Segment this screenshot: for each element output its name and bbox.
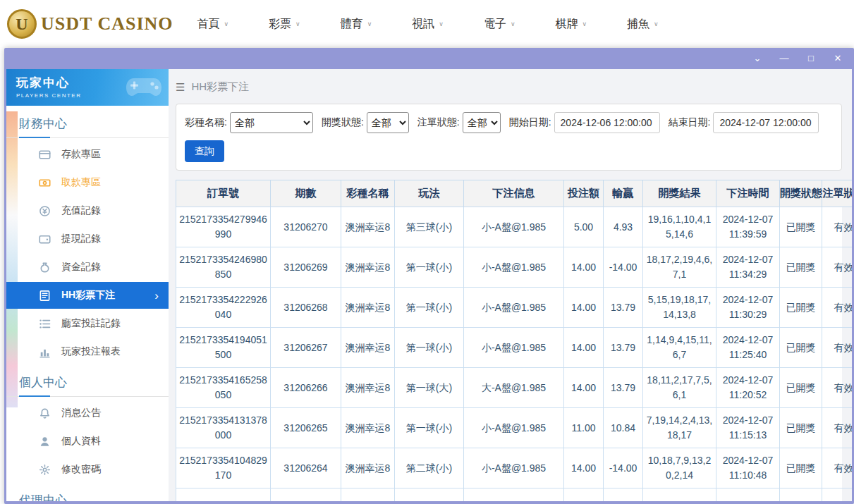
sidebar-item-withdrawal-area[interactable]: 取款專區 bbox=[6, 168, 169, 197]
nav-item-lottery[interactable]: 彩票∨ bbox=[269, 17, 300, 32]
draw-status-label: 開獎狀態: bbox=[322, 116, 364, 129]
cell-result: 18,17,2,19,4,6,7,1 bbox=[643, 247, 716, 288]
sidebar-item-label: 廳室投註記錄 bbox=[61, 317, 121, 330]
cell-time: 2024-12-07 11:34:29 bbox=[716, 247, 780, 288]
menu-toggle-icon[interactable]: ☰ bbox=[176, 81, 185, 94]
sidebar-item-label: HH彩票下注 bbox=[61, 289, 115, 302]
chevron-right-icon: › bbox=[154, 290, 159, 302]
nav-item-electronic[interactable]: 電子∨ bbox=[484, 17, 516, 32]
cell-amount: 14.00 bbox=[564, 328, 604, 368]
window-minimize-icon[interactable]: — bbox=[779, 54, 789, 63]
cell-result: 5,15,19,18,17,14,13,8 bbox=[643, 288, 716, 328]
cell-draw_status: 已開獎 bbox=[780, 368, 822, 408]
chevron-down-icon: ∨ bbox=[439, 20, 444, 27]
order-status-select[interactable]: 全部 bbox=[463, 112, 501, 133]
cell-time: 2024-12-07 11:10:48 bbox=[716, 448, 780, 488]
bets-table: 訂單號期數彩種名稱玩法下注信息投注額輸贏開獎結果下注時間開獎狀態注單狀態2152… bbox=[176, 180, 852, 501]
start-date-input[interactable] bbox=[554, 112, 660, 133]
sidebar-item-label: 提現記錄 bbox=[61, 233, 101, 245]
cell-order_status: 有效 bbox=[822, 328, 853, 368]
sidebar-item-label: 修改密碼 bbox=[61, 463, 101, 476]
cell-lottery bbox=[341, 488, 395, 502]
window-titlebar[interactable]: ⌄—□✕ bbox=[4, 48, 854, 69]
cell-winloss: 13.79 bbox=[604, 288, 643, 328]
cell-amount: 14.00 bbox=[564, 247, 604, 288]
logo-initial: U bbox=[16, 15, 28, 34]
recharge-icon bbox=[39, 205, 51, 217]
sidebar-item-change-password[interactable]: 修改密碼 bbox=[6, 455, 169, 484]
sidebar-item-fund-records[interactable]: 資金記錄 bbox=[6, 253, 169, 281]
cell-order: 2152173354165258050 bbox=[176, 368, 271, 408]
sidebar-item-profile[interactable]: 個人資料 bbox=[6, 427, 169, 455]
table-row: 215217335410482917031206264澳洲幸运8第二球(小)小-… bbox=[176, 448, 853, 488]
window-maximize-icon[interactable]: □ bbox=[806, 54, 816, 63]
window-body: 玩家中心 PLAYERS CENTER 財務中心存款專區取款專區充值記錄提現記錄… bbox=[6, 69, 852, 501]
end-date-input[interactable] bbox=[713, 112, 819, 133]
site-logo[interactable]: U USDT CASINO bbox=[7, 9, 173, 39]
sidebar-item-announcements[interactable]: 消息公告 bbox=[6, 399, 169, 427]
cell-info: 小-A盤@1.985 bbox=[464, 448, 564, 488]
cell-period bbox=[271, 488, 341, 502]
cell-order: 2152173354279946990 bbox=[176, 207, 271, 247]
chevron-down-icon: ∨ bbox=[224, 20, 229, 27]
page-title: HH彩票下注 bbox=[191, 80, 249, 94]
nav-item-label: 棋牌 bbox=[555, 17, 578, 32]
draw-status-filter: 開獎狀態: 全部 bbox=[322, 112, 409, 133]
cell-order_status: 有效 bbox=[822, 247, 853, 288]
cell-order_status: 有效 bbox=[822, 368, 853, 408]
chevron-down-icon: ∨ bbox=[654, 20, 659, 27]
col-header-amount: 投注額 bbox=[564, 180, 604, 207]
cell-draw_status bbox=[780, 488, 822, 502]
table-row: 215217335424698085031206269澳洲幸运8第一球(小)小-… bbox=[176, 247, 853, 288]
cell-play: 第一球(小) bbox=[395, 408, 464, 448]
sidebar-item-recharge-records[interactable]: 充值記錄 bbox=[6, 197, 169, 225]
cell-order_status: 有效 bbox=[822, 408, 853, 448]
lottery-type-label: 彩種名稱: bbox=[185, 116, 227, 129]
cell-draw_status: 已開獎 bbox=[780, 207, 822, 247]
cashout-icon bbox=[39, 233, 51, 245]
cell-play: 第一球(小) bbox=[395, 247, 464, 288]
window-collapse-icon[interactable]: ⌄ bbox=[752, 54, 762, 63]
sidebar-item-hh-lottery-bets[interactable]: HH彩票下注› bbox=[6, 282, 169, 309]
nav-item-home[interactable]: 首頁∨ bbox=[197, 17, 229, 32]
cell-period: 31206270 bbox=[271, 207, 341, 247]
window-close-icon[interactable]: ✕ bbox=[833, 54, 843, 63]
nav-item-fishing[interactable]: 捕魚∨ bbox=[627, 17, 659, 32]
cell-info: 小-A盤@1.985 bbox=[464, 207, 564, 247]
logo-text: USDT CASINO bbox=[41, 13, 173, 35]
cell-info: 小-A盤@1.985 bbox=[464, 288, 564, 328]
main-navigation: 首頁∨彩票∨體育∨視訊∨電子∨棋牌∨捕魚∨ bbox=[197, 17, 659, 32]
nav-item-label: 捕魚 bbox=[627, 17, 649, 32]
order-status-label: 注單狀態: bbox=[417, 116, 460, 129]
cell-amount: 11.00 bbox=[564, 408, 604, 448]
sidebar-item-deposit-area[interactable]: 存款專區 bbox=[6, 140, 169, 168]
cell-amount bbox=[564, 488, 604, 502]
col-header-order: 訂單號 bbox=[176, 180, 271, 207]
sidebar-item-room-bet-records[interactable]: 廳室投註記錄 bbox=[6, 309, 169, 338]
nav-item-label: 彩票 bbox=[269, 17, 291, 32]
nav-item-label: 電子 bbox=[484, 17, 506, 32]
col-header-period: 期數 bbox=[271, 180, 341, 207]
cell-draw_status: 已開獎 bbox=[780, 328, 822, 368]
nav-item-board-games[interactable]: 棋牌∨ bbox=[555, 17, 587, 32]
cell-play: 第三球(小) bbox=[395, 207, 464, 247]
nav-item-live-video[interactable]: 視訊∨ bbox=[412, 17, 444, 32]
cell-time bbox=[716, 488, 780, 502]
col-header-time: 下注時間 bbox=[716, 180, 780, 207]
sidebar-item-player-bet-report[interactable]: 玩家投注報表 bbox=[6, 338, 169, 366]
nav-item-sports[interactable]: 體育∨ bbox=[341, 17, 372, 32]
draw-status-select[interactable]: 全部 bbox=[367, 112, 409, 133]
cell-time: 2024-12-07 11:30:29 bbox=[716, 288, 780, 328]
cell-result: 1,14,9,4,15,11,6,7 bbox=[643, 328, 716, 368]
report-icon bbox=[39, 346, 51, 358]
chevron-down-icon: ∨ bbox=[367, 20, 372, 27]
sidebar-item-withdrawal-records[interactable]: 提現記錄 bbox=[6, 225, 169, 253]
cell-lottery: 澳洲幸运8 bbox=[341, 247, 395, 288]
lottery-type-select[interactable]: 全部 bbox=[230, 112, 313, 133]
cell-play: 第一球(小) bbox=[395, 328, 464, 368]
cell-period: 31206265 bbox=[271, 408, 341, 448]
sidebar-header: 玩家中心 PLAYERS CENTER bbox=[6, 69, 169, 106]
cell-period: 31206264 bbox=[271, 448, 341, 488]
nav-item-label: 視訊 bbox=[412, 17, 434, 32]
search-button[interactable]: 查詢 bbox=[185, 140, 224, 162]
